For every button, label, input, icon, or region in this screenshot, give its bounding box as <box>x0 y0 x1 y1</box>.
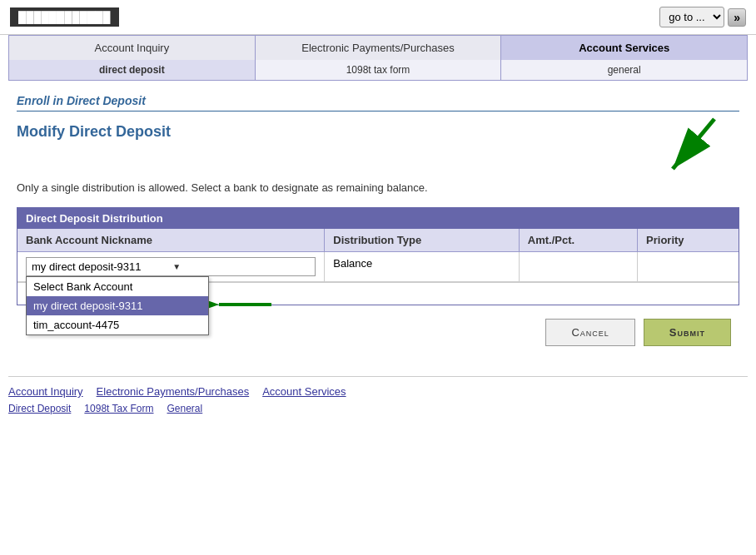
col-bank-account: Bank Account Nickname <box>17 229 325 252</box>
tab-nav: Account Inquiry Electronic Payments/Purc… <box>8 35 748 60</box>
distribution-table: Bank Account Nickname Distribution Type … <box>17 229 739 282</box>
subtab-1098t[interactable]: 1098t tax form <box>256 60 502 80</box>
bank-dropdown-menu: Select Bank Account my direct deposit-93… <box>26 276 209 335</box>
table-row: my direct deposit-9311 ▼ Select Bank Acc… <box>17 252 739 282</box>
logo: ████████████ <box>10 7 119 27</box>
enroll-title: Enroll in Direct Deposit <box>17 94 739 111</box>
dropdown-option-select[interactable]: Select Bank Account <box>27 277 208 296</box>
footer: Account Inquiry Electronic Payments/Purc… <box>8 376 748 414</box>
cancel-button[interactable]: Cancel <box>545 319 634 346</box>
dropdown-option-tim[interactable]: tim_account-4475 <box>27 315 208 334</box>
footer-sublink-direct-deposit[interactable]: Direct Deposit <box>8 403 71 414</box>
footer-link-electronic[interactable]: Electronic Payments/Purchases <box>97 385 250 398</box>
priority-cell <box>638 252 739 282</box>
bank-select-button[interactable]: my direct deposit-9311 ▼ <box>26 257 316 276</box>
goto-select[interactable]: go to ... <box>659 7 724 27</box>
footer-link-account-services[interactable]: Account Services <box>262 385 346 398</box>
footer-sub-links: Direct Deposit 1098t Tax Form General <box>8 403 748 414</box>
footer-link-account-inquiry[interactable]: Account Inquiry <box>8 385 83 398</box>
footer-sublink-1098t[interactable]: 1098t Tax Form <box>84 403 153 414</box>
tab-electronic-payments[interactable]: Electronic Payments/Purchases <box>256 36 502 60</box>
submit-button[interactable]: Submit <box>644 319 731 346</box>
tab-account-inquiry[interactable]: Account Inquiry <box>9 36 256 60</box>
amt-pct-cell <box>519 252 637 282</box>
tab-account-services[interactable]: Account Services <box>501 36 747 60</box>
distribution-type-cell: Balance <box>325 252 519 282</box>
header: ████████████ go to ... » <box>0 0 756 35</box>
subtab-general[interactable]: general <box>501 60 747 80</box>
footer-main-links: Account Inquiry Electronic Payments/Purc… <box>8 385 748 398</box>
goto-section: go to ... » <box>659 7 746 27</box>
bank-dropdown-container: my direct deposit-9311 ▼ Select Bank Acc… <box>26 257 316 276</box>
svg-line-1 <box>673 119 714 169</box>
subtab-direct-deposit[interactable]: direct deposit <box>9 60 256 80</box>
dist-table-title: Direct Deposit Distribution <box>17 208 739 229</box>
description-text: Only a single distribution is allowed. S… <box>17 181 739 194</box>
green-arrow-left <box>209 292 276 317</box>
goto-button[interactable]: » <box>728 8 746 27</box>
distribution-section: Direct Deposit Distribution Bank Account… <box>17 207 739 305</box>
footer-sublink-general[interactable]: General <box>167 403 203 414</box>
bank-account-cell: my direct deposit-9311 ▼ Select Bank Acc… <box>17 252 325 282</box>
subtab-nav: direct deposit 1098t tax form general <box>8 60 748 81</box>
col-distribution-type: Distribution Type <box>325 229 519 252</box>
bank-select-value: my direct deposit-9311 <box>32 260 169 273</box>
dropdown-arrow-icon: ▼ <box>172 262 310 271</box>
main-content: Enroll in Direct Deposit Modify Direct D… <box>0 81 756 359</box>
modify-title: Modify Direct Deposit <box>17 123 171 141</box>
col-amt-pct: Amt./Pct. <box>519 229 637 252</box>
col-priority: Priority <box>638 229 739 252</box>
dropdown-option-my-direct[interactable]: my direct deposit-9311 <box>27 296 208 315</box>
green-arrow-down-right <box>656 115 723 181</box>
